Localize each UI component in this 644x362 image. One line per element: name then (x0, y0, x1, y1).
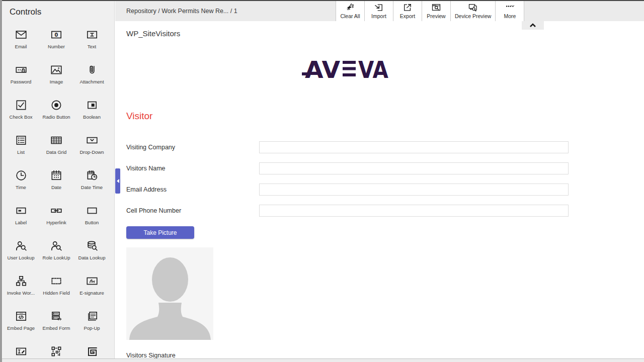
chevron-left-icon (117, 179, 119, 183)
control-item-embed-form[interactable]: Embed Form (39, 307, 74, 342)
control-item-check-box[interactable]: Check Box (3, 96, 39, 131)
control-item-data-grid[interactable]: Data Grid (39, 131, 74, 166)
control-item-button[interactable]: Button (74, 201, 110, 236)
cell-phone-number-label: Cell Phone Number (126, 207, 259, 214)
aveva-logo: AV VA (302, 57, 388, 80)
signature-label: Visitors Signature (126, 352, 176, 359)
control-item-label: Date Time (81, 185, 103, 190)
control-item-pop-up[interactable]: Pop-Up (74, 307, 110, 342)
section-title: Visitor (126, 111, 152, 122)
control-item-list[interactable]: List (3, 131, 39, 166)
control-item-password[interactable]: Password (3, 60, 39, 96)
number-icon: 0 (50, 28, 63, 41)
controls-grid: Email0NumberTextPasswordImageAttachmentC… (3, 25, 114, 359)
toolbar-button-label: More (504, 13, 516, 19)
form-field-row: Email Address (126, 184, 574, 196)
control-item-rich-text[interactable] (3, 342, 39, 359)
toolbar-button-label: Device Preview (455, 13, 491, 19)
form-field-row: Visitors Name (126, 162, 574, 174)
cell-phone-number-input[interactable] (259, 205, 569, 217)
control-item-hidden-field[interactable]: Hidden Field (39, 272, 74, 307)
window-top-edge (0, 0, 644, 1)
clear-all-button[interactable]: Clear All (336, 1, 364, 21)
form-canvas: WP_SiteVisitors AV VA Visitor Visiting C… (115, 21, 644, 359)
control-item-label: Attachment (79, 79, 104, 84)
email-icon (15, 28, 28, 41)
control-item-role-lookup[interactable]: Role LookUp (39, 236, 74, 272)
control-item-label: User Lookup (8, 255, 35, 260)
attachment-icon (86, 63, 99, 76)
more-button[interactable]: More (495, 1, 524, 21)
sidebar-title: Controls (10, 7, 114, 17)
image-icon (50, 63, 63, 76)
control-item-hyperlink[interactable]: Hyperlink (39, 201, 74, 236)
device-preview-button[interactable]: Device Preview (450, 1, 495, 21)
control-item-label: Radio Button (43, 114, 70, 120)
control-item-e-signature[interactable]: E-signature (74, 272, 110, 307)
control-item-label: List (17, 149, 25, 155)
hyperlink-icon (50, 204, 63, 217)
embed-form-icon (50, 310, 63, 323)
control-item-label: Password (11, 79, 32, 84)
control-item-text[interactable]: Text (74, 25, 110, 60)
control-item-label: Data Lookup (78, 255, 106, 260)
date-time-icon (86, 169, 99, 182)
control-item-image[interactable]: Image (39, 60, 74, 96)
control-item-label: Embed Page (7, 325, 35, 331)
boolean-icon (86, 99, 99, 112)
control-item-invoke-wor[interactable]: Invoke Wor... (3, 272, 39, 307)
label-icon (15, 204, 28, 217)
control-item-date[interactable]: Date (39, 166, 74, 201)
device-preview-icon (468, 3, 478, 13)
control-item-drop-down[interactable]: Drop-Down (74, 131, 110, 166)
control-item-spiral[interactable] (74, 342, 110, 359)
avatar[interactable] (126, 247, 213, 340)
clear-all-icon (345, 3, 355, 13)
preview-button[interactable]: Preview (422, 1, 450, 21)
horizontal-scrollbar[interactable] (0, 358, 644, 362)
email-address-input[interactable] (259, 184, 569, 196)
control-item-label: E-signature (79, 290, 104, 296)
control-item-boolean[interactable]: Boolean (74, 96, 110, 131)
radio-button-icon (50, 99, 63, 112)
control-item-label[interactable]: Label (3, 201, 39, 236)
control-item-attachment[interactable]: Attachment (74, 60, 110, 96)
control-item-radio-button[interactable]: Radio Button (39, 96, 74, 131)
control-item-user-lookup[interactable]: User Lookup (3, 236, 39, 272)
control-item-label: Number (48, 44, 65, 49)
visiting-company-input[interactable] (259, 141, 569, 153)
visiting-company-label: Visiting Company (126, 144, 259, 151)
control-item-number[interactable]: 0Number (39, 25, 74, 60)
role-lookup-icon (50, 239, 63, 252)
control-item-label: Date (51, 185, 61, 190)
drop-down-icon (86, 134, 99, 147)
more-icon (505, 3, 515, 13)
visitors-name-input[interactable] (259, 162, 569, 174)
popup-icon (86, 310, 99, 323)
take-picture-button[interactable]: Take Picture (126, 226, 194, 239)
control-item-time[interactable]: Time (3, 166, 39, 201)
toolbar-button-label: Import (371, 13, 386, 19)
form-fields: Visiting CompanyVisitors NameEmail Addre… (126, 141, 574, 226)
toolbar-button-label: Clear All (340, 13, 360, 19)
sidebar-collapse-handle[interactable] (115, 168, 120, 194)
control-item-email[interactable]: Email (3, 25, 39, 60)
control-item-label: Email (15, 44, 27, 49)
top-bar: Repository / Work Permits New Re... / 1 … (115, 1, 644, 21)
controls-sidebar: Controls Email0NumberTextPasswordImageAt… (2, 1, 115, 359)
control-item-label: Text (88, 44, 96, 49)
breadcrumb: Repository / Work Permits New Re... / 1 (126, 1, 237, 21)
control-item-label: Check Box (10, 114, 33, 120)
control-item-label: Drop-Down (79, 149, 104, 155)
control-item-embed-page[interactable]: Embed Page (3, 307, 39, 342)
spiral-icon (86, 345, 99, 358)
import-button[interactable]: Import (364, 1, 393, 21)
control-item-date-time[interactable]: Date Time (74, 166, 110, 201)
date-icon (50, 169, 63, 182)
control-item-qr-code[interactable] (39, 342, 74, 359)
window-left-edge (0, 0, 2, 362)
collapse-toolbar-tab[interactable] (522, 21, 544, 30)
export-button[interactable]: Export (393, 1, 422, 21)
button-icon (86, 204, 99, 217)
control-item-data-lookup[interactable]: Data Lookup (74, 236, 110, 272)
